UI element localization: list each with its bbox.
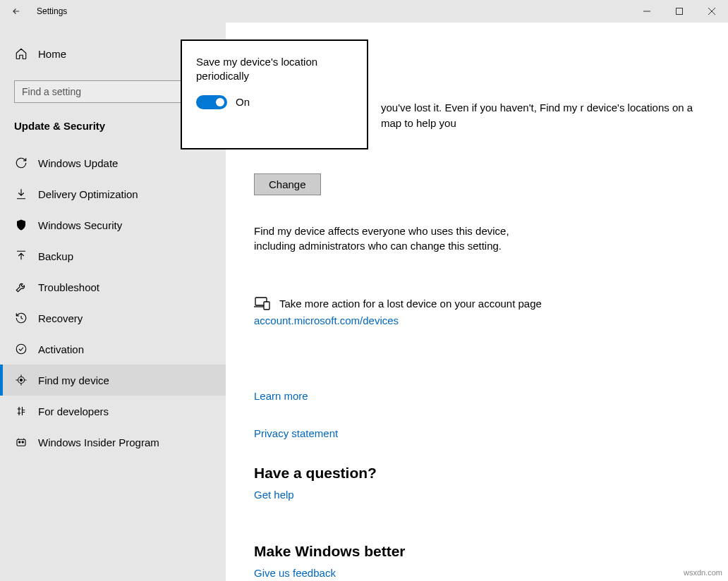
feedback-link[interactable]: Give us feedback <box>254 567 700 579</box>
sidebar-item-label: Find my device <box>38 374 109 386</box>
toggle-state-label: On <box>236 96 250 108</box>
sidebar-item-label: Windows Security <box>38 219 122 231</box>
sidebar-item-backup[interactable]: Backup <box>0 240 226 271</box>
location-popup: Save my device's location periodically O… <box>181 39 368 149</box>
minimize-button[interactable] <box>631 0 663 23</box>
back-button[interactable] <box>0 0 32 23</box>
svg-point-3 <box>20 379 23 381</box>
svg-point-1 <box>16 344 26 354</box>
learn-more-link[interactable]: Learn more <box>254 390 700 402</box>
description-text: you've lost it. Even if you haven't, Fin… <box>381 100 700 131</box>
affects-note: Find my device affects everyone who uses… <box>254 224 550 255</box>
better-heading: Make Windows better <box>254 543 700 560</box>
device-icon <box>254 296 271 310</box>
title-bar: Settings <box>0 0 728 23</box>
window-title: Settings <box>32 6 67 16</box>
watermark: wsxdn.com <box>684 568 722 577</box>
sidebar-item-find-my-device[interactable]: Find my device <box>0 365 226 396</box>
sidebar-item-recovery[interactable]: Recovery <box>0 302 226 334</box>
sidebar-item-label: Troubleshoot <box>38 281 99 293</box>
close-button[interactable] <box>696 0 728 23</box>
sidebar-item-label: Backup <box>38 250 73 262</box>
popup-title: Save my device's location periodically <box>196 55 353 84</box>
svg-rect-0 <box>677 8 683 15</box>
wrench-icon <box>14 281 28 293</box>
change-button[interactable]: Change <box>254 173 321 195</box>
sidebar-item-label: Recovery <box>38 312 83 324</box>
sidebar-item-label: Delivery Optimization <box>38 188 138 200</box>
svg-rect-4 <box>17 439 25 446</box>
question-heading: Have a question? <box>254 465 700 482</box>
location-icon <box>14 374 28 386</box>
sidebar-item-label: Windows Update <box>38 157 118 169</box>
sidebar-item-windows-security[interactable]: Windows Security <box>0 209 226 240</box>
insider-icon <box>14 436 28 448</box>
svg-point-5 <box>19 441 20 443</box>
sidebar-item-label: Activation <box>38 343 84 355</box>
maximize-button[interactable] <box>663 0 696 23</box>
sidebar-item-delivery-optimization[interactable]: Delivery Optimization <box>0 178 226 209</box>
upload-icon <box>14 250 28 262</box>
account-link[interactable]: account.microsoft.com/devices <box>254 314 700 326</box>
home-icon <box>14 47 28 60</box>
sidebar-item-windows-update[interactable]: Windows Update <box>0 147 226 178</box>
sidebar-item-troubleshoot[interactable]: Troubleshoot <box>0 271 226 302</box>
download-icon <box>14 188 28 200</box>
sidebar-item-for-developers[interactable]: For developers <box>0 396 226 427</box>
sidebar-item-windows-insider[interactable]: Windows Insider Program <box>0 427 226 458</box>
privacy-link[interactable]: Privacy statement <box>254 427 700 439</box>
shield-icon <box>14 219 28 231</box>
get-help-link[interactable]: Get help <box>254 489 700 501</box>
sync-icon <box>14 157 28 169</box>
clock-icon <box>14 312 28 324</box>
developer-icon <box>14 405 28 417</box>
sidebar-item-label: Windows Insider Program <box>38 436 159 448</box>
location-toggle[interactable] <box>196 95 227 109</box>
svg-rect-8 <box>264 302 269 310</box>
action-text: Take more action for a lost device on yo… <box>279 298 542 310</box>
sidebar-home-label: Home <box>38 48 66 60</box>
sidebar-item-label: For developers <box>38 405 109 417</box>
check-circle-icon <box>14 343 28 355</box>
sidebar-item-activation[interactable]: Activation <box>0 334 226 365</box>
svg-point-6 <box>22 441 23 443</box>
